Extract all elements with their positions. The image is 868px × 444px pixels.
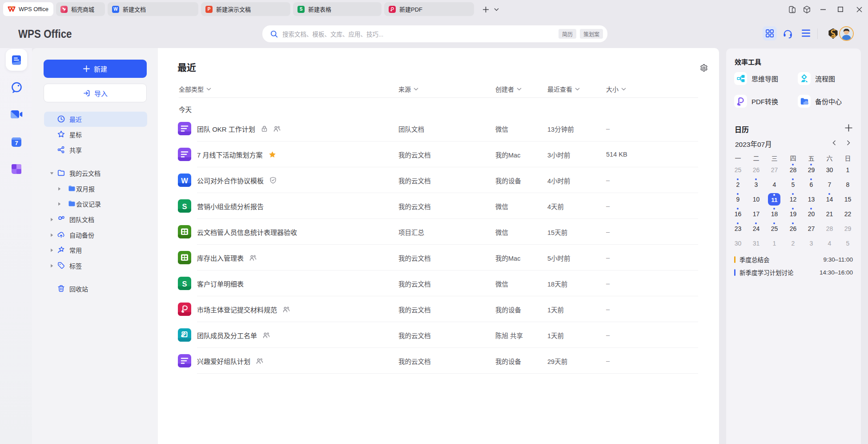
- svg-text:S: S: [182, 280, 187, 288]
- svg-text:S: S: [182, 202, 187, 210]
- svg-text:W: W: [181, 177, 188, 185]
- svg-text:7: 7: [15, 140, 18, 146]
